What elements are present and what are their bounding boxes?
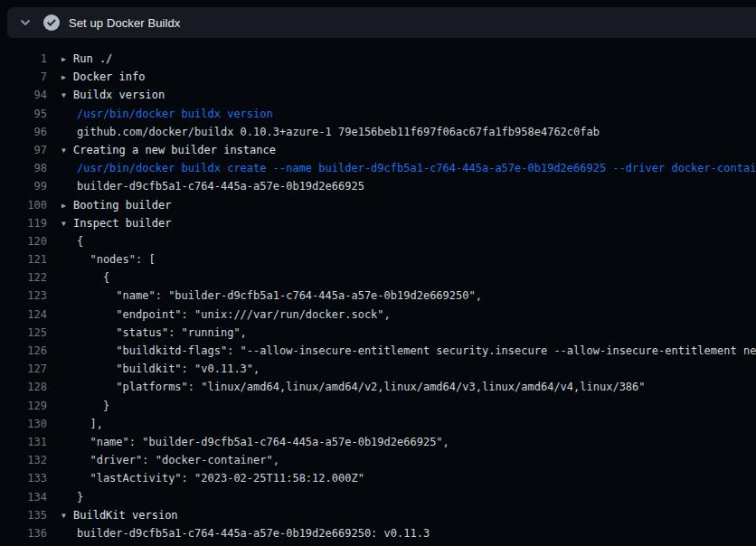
log-line-content: /usr/bin/docker buildx create --name bui… [47, 159, 756, 177]
log-line: 125 "status": "running", [0, 324, 756, 342]
log-line: 133 "lastActivity": "2023-02-25T11:58:12… [0, 469, 756, 487]
log-line: 7▶Docker info [0, 68, 756, 86]
log-line: 135▼BuildKit version [0, 506, 756, 524]
line-number[interactable]: 120 [0, 232, 47, 250]
log-text: } [61, 400, 109, 412]
log-line: 1▶Run ./ [0, 50, 756, 68]
line-number[interactable]: 128 [0, 378, 47, 396]
log-group-header[interactable]: ▼Inspect builder [47, 214, 756, 232]
log-text: { [61, 235, 83, 248]
line-number[interactable]: 121 [0, 250, 47, 268]
log-line-content: "buildkitd-flags": "--allow-insecure-ent… [47, 342, 756, 360]
line-number[interactable]: 97 [0, 141, 47, 159]
line-number[interactable]: 1 [0, 50, 47, 68]
log-line-content: "nodes": [ [47, 250, 756, 268]
log-text: "buildkit": "v0.11.3", [61, 362, 260, 375]
log-text: "buildkitd-flags": "--allow-insecure-ent… [61, 344, 756, 357]
log-text: "driver": "docker-container", [61, 454, 279, 466]
log-line-content: "platforms": "linux/amd64,linux/amd64/v2… [47, 378, 756, 396]
log-group-header[interactable]: ▶Run ./ [47, 50, 756, 68]
line-number[interactable]: 122 [0, 268, 47, 287]
log-lines: 1▶Run ./7▶Docker info94▼Buildx version95… [0, 50, 756, 546]
line-number[interactable]: 100 [0, 196, 47, 214]
log-line: 119▼Inspect builder [0, 214, 756, 232]
line-number[interactable]: 7 [0, 68, 47, 86]
log-text: "name": "builder-d9cfb5a1-c764-445a-a57e… [61, 289, 482, 302]
line-number[interactable]: 127 [0, 360, 47, 378]
log-line: 126 "buildkitd-flags": "--allow-insecure… [0, 342, 756, 360]
triangle-down-icon: ▼ [61, 87, 73, 104]
line-number[interactable]: 126 [0, 342, 47, 360]
log-line-content: github.com/docker/buildx 0.10.3+azure-1 … [47, 123, 756, 141]
triangle-down-icon: ▼ [61, 215, 73, 232]
line-number[interactable]: 131 [0, 433, 47, 451]
log-line-content: "lastActivity": "2023-02-25T11:58:12.000… [47, 469, 756, 487]
step-status-badge [43, 14, 60, 31]
line-number[interactable]: 135 [0, 506, 47, 524]
log-text: "status": "running", [61, 326, 247, 339]
line-number[interactable]: 95 [0, 105, 47, 123]
log-text: } [61, 491, 83, 504]
check-circle-icon [43, 14, 60, 31]
log-line-content: } [47, 488, 756, 506]
log-line: 123 "name": "builder-d9cfb5a1-c764-445a-… [0, 287, 756, 305]
log-line: 97▼Creating a new builder instance [0, 141, 756, 159]
log-line-content: "driver": "docker-container", [47, 451, 756, 469]
line-number[interactable]: 94 [0, 86, 47, 104]
log-text: "lastActivity": "2023-02-25T11:58:12.000… [61, 472, 364, 485]
log-line-content: "name": "builder-d9cfb5a1-c764-445a-a57e… [47, 287, 756, 305]
line-number[interactable]: 125 [0, 324, 47, 342]
group-title: Creating a new builder instance [73, 144, 276, 156]
group-title: Buildx version [73, 89, 165, 101]
log-group-header[interactable]: ▼Buildx version [47, 86, 756, 104]
log-line: 94▼Buildx version [0, 86, 756, 104]
log-line: 124 "endpoint": "unix:///var/run/docker.… [0, 306, 756, 324]
line-number[interactable]: 123 [0, 287, 47, 305]
log-line: 95/usr/bin/docker buildx version [0, 105, 756, 123]
log-line: 130 ], [0, 415, 756, 433]
log-group-header[interactable]: ▶Docker info [47, 68, 756, 86]
step-header[interactable]: Set up Docker Buildx [7, 7, 756, 38]
line-number[interactable]: 99 [0, 177, 47, 195]
log-group-header[interactable]: ▶Booting builder [47, 196, 756, 214]
log-group-header[interactable]: ▼Creating a new builder instance [47, 141, 756, 159]
log-line: 96github.com/docker/buildx 0.10.3+azure-… [0, 123, 756, 141]
log-text: "name": "builder-d9cfb5a1-c764-445a-a57e… [61, 436, 449, 448]
log-text: builder-d9cfb5a1-c764-445a-a57e-0b19d2e6… [61, 180, 364, 193]
line-number[interactable]: 129 [0, 397, 47, 415]
triangle-down-icon: ▼ [61, 142, 73, 159]
group-title: Run ./ [73, 52, 112, 65]
line-number[interactable]: 136 [0, 524, 47, 542]
log-line: 120{ [0, 232, 756, 250]
log-text: { [61, 271, 109, 284]
log-line: 136builder-d9cfb5a1-c764-445a-a57e-0b19d… [0, 524, 756, 542]
line-number[interactable]: 133 [0, 469, 47, 487]
log-line: 129 } [0, 397, 756, 415]
log-line-content: /usr/bin/docker buildx version [47, 105, 756, 123]
command-text: /usr/bin/docker buildx create --name bui… [61, 162, 756, 174]
line-number[interactable]: 98 [0, 159, 47, 177]
log-line-content: "endpoint": "unix:///var/run/docker.sock… [47, 306, 756, 324]
log-group-header[interactable]: ▼BuildKit version [47, 506, 756, 524]
log-line: 128 "platforms": "linux/amd64,linux/amd6… [0, 378, 756, 396]
log-line: 132 "driver": "docker-container", [0, 451, 756, 469]
command-text: /usr/bin/docker buildx version [61, 108, 273, 120]
line-number[interactable]: 132 [0, 451, 47, 469]
line-number[interactable]: 96 [0, 123, 47, 141]
line-number[interactable]: 134 [0, 488, 47, 506]
chevron-down-icon [18, 15, 33, 30]
triangle-down-icon: ▼ [61, 507, 73, 524]
line-number[interactable]: 130 [0, 415, 47, 433]
triangle-right-icon: ▶ [61, 51, 73, 68]
log-line: 98/usr/bin/docker buildx create --name b… [0, 159, 756, 177]
log-text: "nodes": [ [61, 253, 156, 266]
group-title: Inspect builder [73, 217, 171, 230]
log-line-content: } [47, 397, 756, 415]
line-number[interactable]: 119 [0, 214, 47, 232]
line-number[interactable]: 124 [0, 306, 47, 324]
log-text: ], [61, 418, 103, 430]
collapse-step-button[interactable] [18, 15, 33, 30]
log-line-content: "status": "running", [47, 324, 756, 342]
triangle-right-icon: ▶ [61, 197, 73, 214]
step-title: Set up Docker Buildx [69, 16, 180, 30]
